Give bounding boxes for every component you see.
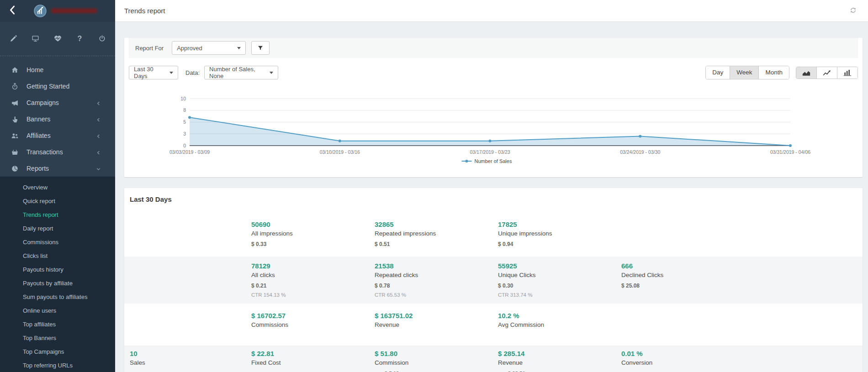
stat-value: $ 51.80 — [375, 350, 498, 358]
stat-average: avg$ 5.18 — [375, 370, 498, 372]
basket-icon — [11, 148, 19, 156]
stat-label: Repeated impressions — [375, 229, 498, 238]
stat-avg-commission: 10.2 %Avg Commission — [498, 312, 621, 329]
stat-money: $ 0.21 — [251, 282, 375, 289]
stat-label: Sales — [130, 358, 251, 367]
data-label: Data: — [185, 69, 200, 76]
chevron-down-icon — [237, 47, 241, 49]
sidebar-header — [0, 0, 115, 22]
stat-label: Revenue — [498, 358, 621, 367]
submenu-item-clicks-list[interactable]: Clicks list — [0, 249, 115, 262]
stat-label: Conversion — [621, 358, 745, 367]
period-button-month[interactable]: Month — [758, 66, 789, 79]
period-button-week[interactable]: Week — [730, 66, 758, 79]
submenu-item-commissions[interactable]: Commissions — [0, 235, 115, 249]
stat-average: avg$ 28.51 — [498, 370, 621, 372]
chart-type-button-area[interactable] — [796, 67, 816, 79]
bar-chart-icon — [843, 69, 852, 76]
sidebar-item-label: Affiliates — [26, 132, 51, 139]
monitor-icon[interactable] — [31, 34, 40, 43]
stat-value: 32865 — [375, 220, 498, 229]
pointer-icon — [11, 115, 19, 123]
pie-icon — [11, 165, 19, 173]
stat-label: Revenue — [375, 320, 498, 329]
stat-value: 666 — [621, 262, 745, 270]
stat-ctr: CTR 65.53 % — [375, 291, 498, 299]
chevron-left-icon — [95, 133, 101, 139]
stat-label: Repeated clicks — [375, 271, 498, 279]
stat-commissions: $ 16702.57Commissions — [251, 312, 375, 329]
submenu-item-quick-report[interactable]: Quick report — [0, 194, 115, 208]
submenu-item-top-affiliates[interactable]: Top affiliates — [0, 317, 115, 331]
chart-type-button-line[interactable] — [816, 67, 837, 79]
submenu-item-daily-report[interactable]: Daily report — [0, 221, 115, 235]
health-icon[interactable] — [53, 34, 62, 43]
stat-value: 17825 — [498, 220, 621, 229]
period-button-day[interactable]: Day — [706, 66, 730, 79]
trends-chart: 03581003/03/2019 - 03/0903/10/2019 - 03/… — [124, 96, 863, 167]
chart-type-button-group — [796, 67, 858, 79]
sidebar: ? HomeGetting StartedCampaignsBannersAff… — [0, 0, 115, 372]
back-button[interactable] — [6, 4, 18, 18]
stat-money: $ 0.94 — [498, 241, 621, 248]
trends-chart-card: Report For Approved Last 30 Days Data: N… — [124, 38, 863, 177]
sidebar-menu: HomeGetting StartedCampaignsBannersAffil… — [0, 56, 115, 177]
date-range-value: Last 30 Days — [134, 66, 165, 79]
funnel-icon — [257, 45, 264, 51]
stat-label: All impressions — [251, 229, 375, 238]
submenu-item-trends-report[interactable]: Trends report — [0, 208, 115, 221]
stat-unique-impressions: 17825Unique impressions$ 0.94 — [498, 220, 621, 248]
sidebar-item-label: Getting Started — [26, 83, 69, 90]
sidebar-item-reports[interactable]: Reports — [0, 160, 115, 177]
stat-all-impressions: 50690All impressions$ 0.33 — [251, 220, 375, 248]
sidebar-item-affiliates[interactable]: Affiliates — [0, 127, 115, 144]
submenu-item-payouts-history[interactable]: Payouts history — [0, 262, 115, 276]
users-icon — [11, 132, 19, 140]
content: Report For Approved Last 30 Days Data: N… — [115, 22, 868, 372]
filter-strip: Report For Approved — [129, 38, 858, 58]
stat-money: $ 25.08 — [621, 282, 745, 289]
date-range-select[interactable]: Last 30 Days — [129, 66, 178, 79]
submenu-item-top-referring-urls[interactable]: Top referring URLs — [0, 358, 115, 372]
sidebar-item-transactions[interactable]: Transactions — [0, 144, 115, 160]
stats-row-1: 50690All impressions$ 0.3332865Repeated … — [124, 210, 863, 257]
submenu-item-online-users[interactable]: Online users — [0, 304, 115, 317]
chart-type-button-bar[interactable] — [837, 67, 857, 79]
filter-button[interactable] — [251, 41, 270, 55]
stat-fixed-cost: $ 22.81Fixed Cost — [251, 350, 375, 372]
refresh-button[interactable] — [849, 7, 857, 15]
stat-label: Fixed Cost — [251, 358, 375, 367]
data-select[interactable]: Number of Sales, None — [204, 66, 278, 79]
stat-label: Commission — [375, 358, 498, 367]
stat-label: Declined Clicks — [621, 271, 745, 279]
sidebar-item-campaigns[interactable]: Campaigns — [0, 94, 115, 111]
sidebar-item-label: Transactions — [26, 148, 63, 156]
stat-money: $ 0.33 — [251, 241, 375, 248]
submenu-item-overview[interactable]: Overview — [0, 180, 115, 194]
sidebar-item-home[interactable]: Home — [0, 62, 115, 78]
stat-money: $ 0.51 — [375, 241, 498, 248]
sidebar-item-getting-started[interactable]: Getting Started — [0, 78, 115, 94]
power-icon[interactable] — [97, 34, 106, 43]
stopwatch-icon — [11, 83, 19, 90]
report-for-select[interactable]: Approved — [172, 41, 246, 55]
submenu-item-payouts-by-affiliate[interactable]: Payouts by affiliate — [0, 276, 115, 290]
chevron-left-icon — [95, 100, 101, 106]
stats-row-3: $ 16702.57Commissions$ 163751.02Revenue1… — [124, 304, 863, 346]
data-point — [639, 135, 641, 137]
stat-ctr: CTR 154.13 % — [251, 291, 375, 299]
stat-value: 10 — [130, 350, 251, 358]
pencil-icon[interactable] — [9, 34, 18, 43]
submenu-item-top-campaigns[interactable]: Top Campaigns — [0, 345, 115, 358]
app-logo-icon — [34, 5, 47, 17]
stat-revenue: $ 163751.02Revenue — [375, 312, 498, 329]
stat-value: 0.01 % — [621, 350, 745, 358]
submenu-item-sum-payouts-to-affiliates[interactable]: Sum payouts to affiliates — [0, 290, 115, 304]
help-icon[interactable]: ? — [75, 34, 85, 43]
sidebar-item-banners[interactable]: Banners — [0, 111, 115, 127]
y-tick-label: 5 — [183, 119, 186, 125]
chevron-left-icon — [95, 116, 101, 122]
submenu-item-top-banners[interactable]: Top Banners — [0, 331, 115, 345]
stats-rows: 50690All impressions$ 0.3332865Repeated … — [124, 210, 863, 372]
chevron-down-icon — [95, 166, 101, 172]
